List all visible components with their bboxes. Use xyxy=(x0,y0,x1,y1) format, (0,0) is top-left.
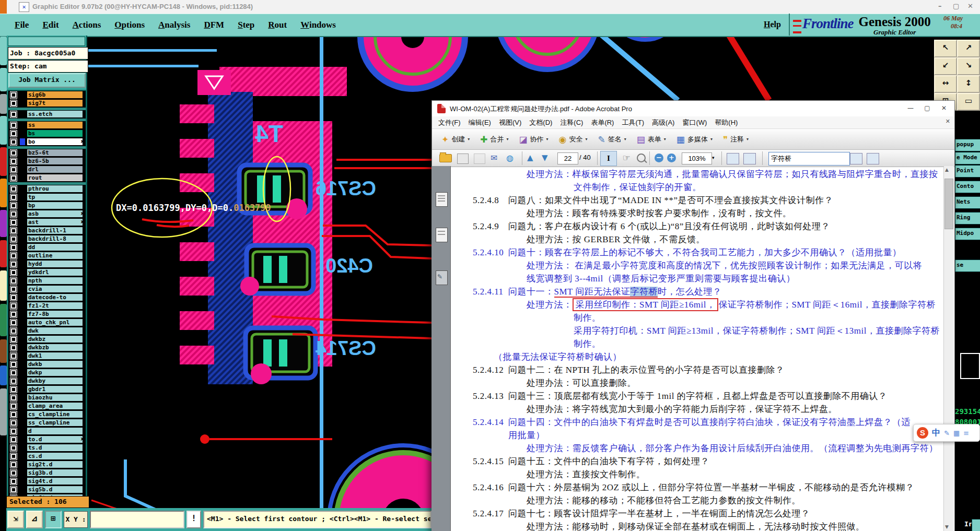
fit-page-icon[interactable] xyxy=(743,153,756,164)
select-tool-button[interactable]: I xyxy=(600,151,617,166)
previous-page-icon[interactable]: ▲ xyxy=(527,153,533,166)
layer-checkbox[interactable] xyxy=(10,261,17,267)
layer-checkbox[interactable] xyxy=(10,139,17,145)
layer-row[interactable]: sig5b.d xyxy=(8,486,86,494)
pages-panel-icon[interactable] xyxy=(436,192,448,207)
layer-row[interactable]: pthrou xyxy=(8,185,86,193)
layer-row[interactable]: dwkby xyxy=(8,377,86,385)
scrollbar-thumb[interactable] xyxy=(944,179,953,229)
pdf-menu-E[interactable]: 编辑(E) xyxy=(469,118,491,127)
layer-color-box[interactable] xyxy=(20,444,25,451)
layer-checkbox[interactable] xyxy=(10,428,17,434)
corner-button[interactable] xyxy=(972,519,980,531)
ime-menu-icon[interactable]: ≡ xyxy=(963,429,969,437)
layer-checkbox[interactable] xyxy=(10,150,17,156)
panel-fragment[interactable]: se xyxy=(955,259,980,272)
layer-name[interactable]: backdrill-8 xyxy=(27,235,83,242)
layer-row[interactable]: gbdr1 xyxy=(8,385,86,394)
layer-color-box[interactable] xyxy=(20,319,25,326)
minimize-icon[interactable]: – xyxy=(938,2,942,10)
layer-name[interactable]: backdrill-1 xyxy=(27,227,83,234)
pdf-menu-R[interactable]: 表单(R) xyxy=(591,118,614,127)
layer-color-box[interactable] xyxy=(20,436,25,443)
layer-color-box[interactable] xyxy=(20,478,25,485)
layer-color-box[interactable] xyxy=(20,277,25,284)
layer-checkbox[interactable] xyxy=(10,478,17,485)
ime-mode-chinese[interactable]: 中 xyxy=(932,428,940,439)
layer-name[interactable]: dwk xyxy=(27,327,83,334)
layer-color-box[interactable] xyxy=(20,122,25,128)
pdf-menu-H[interactable]: 帮助(H) xyxy=(715,118,738,127)
zoom-in-icon[interactable]: + xyxy=(667,154,676,162)
pdf-menu-F[interactable]: 文件(F) xyxy=(438,118,461,127)
toolbar-button-安全[interactable]: ◉安全▾ xyxy=(559,134,588,145)
layer-checkbox[interactable] xyxy=(10,395,17,401)
layer-checkbox[interactable] xyxy=(10,122,17,128)
layer-name[interactable]: sig2t.d xyxy=(27,461,83,468)
layer-row[interactable]: ydkdrl xyxy=(8,268,86,277)
layer-row[interactable]: to.d➤ xyxy=(8,435,86,444)
acrobat-titlebar[interactable]: WI-OM-02(A)工程常规问题处理办法.pdf - Adobe Acroba… xyxy=(432,101,954,117)
layer-color-box[interactable] xyxy=(20,369,25,376)
tool-strip[interactable] xyxy=(0,240,7,267)
bookmarks-panel-icon[interactable] xyxy=(436,228,448,242)
layer-checkbox[interactable] xyxy=(10,411,17,418)
toolbar-button-注释[interactable]: ❞注释▾ xyxy=(723,134,749,145)
layer-name[interactable]: rout xyxy=(27,174,83,181)
scroll-down-icon[interactable]: ▼ xyxy=(945,524,949,529)
layer-checkbox[interactable] xyxy=(10,420,17,426)
layer-name[interactable]: ydkdrl xyxy=(27,269,83,276)
layer-name[interactable]: npth xyxy=(27,277,83,284)
layer-color-box[interactable] xyxy=(20,411,25,418)
layer-row[interactable]: dwkp xyxy=(8,369,86,377)
pdf-menu-T[interactable]: 工具(T) xyxy=(622,118,644,127)
layer-name[interactable]: dwkbz xyxy=(27,336,83,343)
layer-name[interactable]: pthrou xyxy=(27,185,83,192)
layer-checkbox[interactable] xyxy=(10,228,17,234)
layer-row[interactable]: bz6-5b xyxy=(8,157,86,166)
layer-color-box[interactable] xyxy=(20,377,25,384)
panel-fragment[interactable]: Ring xyxy=(955,212,980,225)
layer-checkbox[interactable] xyxy=(10,100,17,107)
layer-color-box[interactable] xyxy=(20,235,25,242)
layer-name[interactable]: dwkp xyxy=(27,369,83,376)
panel-fragment[interactable]: e Mode xyxy=(955,152,980,164)
angle-tool-button[interactable]: ⊿ xyxy=(26,511,43,528)
layer-row[interactable]: rout xyxy=(8,174,86,182)
layer-row[interactable]: ss_clampline xyxy=(8,419,86,427)
layer-color-box[interactable] xyxy=(20,174,25,181)
view-button[interactable]: ↘ xyxy=(957,57,980,75)
layer-checkbox[interactable] xyxy=(10,345,17,351)
layer-row[interactable]: clamp_area xyxy=(8,402,86,410)
view-button[interactable]: ↔ xyxy=(934,75,957,93)
tool-strip[interactable] xyxy=(0,116,7,145)
layer-color-box[interactable] xyxy=(20,336,25,343)
layer-row[interactable]: tp xyxy=(8,193,86,202)
menu-dfm[interactable]: DFM xyxy=(204,20,224,30)
zoom-out-icon[interactable]: − xyxy=(655,154,663,162)
layer-checkbox[interactable] xyxy=(10,92,17,98)
layer-row[interactable]: bp xyxy=(8,202,86,210)
layer-row[interactable]: backdrill-8 xyxy=(8,235,86,243)
layer-color-box[interactable] xyxy=(20,166,25,173)
tool-strip[interactable] xyxy=(0,147,7,176)
job-field[interactable]: Job : 8acgc005a0 xyxy=(8,47,88,60)
menu-analysis[interactable]: Analysis xyxy=(158,20,190,30)
layer-name[interactable]: hydd xyxy=(27,261,83,267)
zoom-level-input[interactable] xyxy=(682,152,712,164)
ime-keyboard-icon[interactable]: ▦ xyxy=(953,429,960,437)
panel-fragment[interactable]: Point xyxy=(955,165,980,178)
layer-checkbox[interactable] xyxy=(10,269,17,276)
toolbar-button-创建[interactable]: ✦创建▾ xyxy=(441,134,470,145)
layer-row[interactable]: sig7t xyxy=(8,99,86,108)
layer-checkbox[interactable] xyxy=(10,253,17,259)
layer-row[interactable]: datecode-to xyxy=(8,293,86,302)
layer-checkbox[interactable] xyxy=(10,370,17,376)
layer-name[interactable]: asb xyxy=(27,210,83,217)
layer-checkbox[interactable] xyxy=(10,186,17,192)
layer-row[interactable]: dd xyxy=(8,243,86,252)
tool-strip[interactable] xyxy=(0,179,7,207)
layer-row[interactable]: bo➤ xyxy=(8,138,86,146)
alert-button[interactable]: ! xyxy=(186,511,201,528)
save-icon[interactable] xyxy=(474,154,485,164)
